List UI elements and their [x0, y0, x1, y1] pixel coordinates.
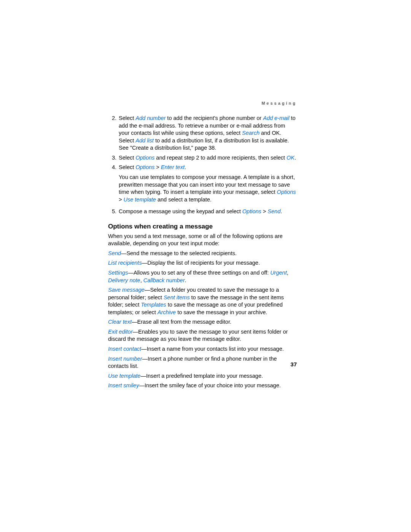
term-list-recipients: List recipients — [108, 260, 142, 266]
text: —Insert the smiley face of your choice i… — [139, 382, 280, 388]
page-number: 37 — [290, 361, 297, 367]
opt-exit-editor: Exit editor—Enables you to save the mess… — [108, 328, 297, 343]
term-callback-number: Callback number — [143, 277, 185, 283]
step-number: 5. — [108, 208, 119, 216]
text: to save the message in your archive. — [176, 309, 267, 315]
text: —Send the message to the selected recipi… — [121, 250, 237, 256]
ui-term-add-number: Add number — [135, 115, 166, 121]
step-body: Select Options and repeat step 2 to add … — [119, 154, 297, 162]
page-content: 2. Select Add number to add the recipien… — [108, 115, 297, 390]
term-insert-number: Insert number — [108, 356, 142, 362]
text: > — [119, 197, 124, 203]
term-exit-editor: Exit editor — [108, 329, 132, 335]
text: Select — [119, 155, 135, 161]
opt-send: Send—Send the message to the selected re… — [108, 250, 297, 257]
section-intro: When you send a text message, some or al… — [108, 233, 297, 248]
text: . — [185, 277, 186, 283]
term-sent-items: Sent items — [164, 294, 190, 300]
section-heading: Options when creating a message — [108, 222, 297, 231]
step-number: 4. — [108, 164, 119, 206]
text: . — [280, 208, 282, 214]
ui-term-use-template: Use template — [124, 197, 156, 203]
procedure-steps: 2. Select Add number to add the recipien… — [108, 115, 297, 216]
step-2: 2. Select Add number to add the recipien… — [108, 115, 297, 152]
ui-term-search: Search — [242, 130, 260, 136]
text: . — [295, 155, 296, 161]
term-clear-text: Clear text — [108, 319, 132, 325]
term-settings: Settings — [108, 270, 128, 276]
text: > — [261, 208, 268, 214]
text: > — [155, 164, 161, 170]
opt-save-message: Save message—Select a folder you created… — [108, 286, 297, 316]
text: , — [287, 270, 288, 276]
ui-term-ok: OK — [272, 130, 280, 136]
text: —Allows you to set any of these three se… — [128, 270, 270, 276]
term-urgent: Urgent — [270, 270, 287, 276]
step-body: Select Add number to add the recipient's… — [119, 115, 297, 152]
step-5: 5. Compose a message using the keypad an… — [108, 208, 297, 216]
ui-term-enter-text: Enter text — [161, 164, 185, 170]
term-delivery-note: Delivery note — [108, 277, 140, 283]
text: —Insert a name from your contacts list i… — [141, 346, 284, 352]
term-insert-contact: Insert contact — [108, 346, 141, 352]
ui-term-options: Options — [135, 164, 155, 170]
step-4: 4. Select Options > Enter text. You can … — [108, 164, 297, 206]
text: . — [185, 164, 186, 170]
step-number: 3. — [108, 154, 119, 162]
manual-page: Messaging 2. Select Add number to add th… — [0, 0, 411, 532]
ui-term-options: Options — [135, 155, 155, 161]
text: and — [260, 130, 272, 136]
step-number: 2. — [108, 115, 119, 152]
text: , — [140, 277, 143, 283]
ui-term-options: Options — [277, 189, 296, 195]
step-3: 3. Select Options and repeat step 2 to a… — [108, 154, 297, 162]
opt-clear-text: Clear text—Erase all text from the messa… — [108, 318, 297, 326]
ui-term-ok: OK — [287, 155, 295, 161]
opt-use-template: Use template—Insert a predefined templat… — [108, 372, 297, 380]
text: Select — [119, 115, 135, 121]
opt-insert-contact: Insert contact—Insert a name from your c… — [108, 345, 297, 353]
term-archive: Archive — [158, 309, 176, 315]
text: to add the recipient's phone number or — [166, 115, 263, 121]
opt-settings: Settings—Allows you to set any of these … — [108, 269, 297, 284]
text: and repeat step 2 to add more recipients… — [155, 155, 287, 161]
opt-insert-number: Insert number—Insert a phone number or f… — [108, 355, 297, 370]
term-use-template: Use template — [108, 373, 140, 379]
text: and select a template. — [156, 197, 212, 203]
term-insert-smiley: Insert smiley — [108, 382, 139, 388]
text: —Insert a predefined template into your … — [140, 373, 263, 379]
term-templates: Templates — [141, 302, 166, 308]
text: —Erase all text from the message editor. — [132, 319, 231, 325]
text: —Enables you to save the message to your… — [108, 329, 288, 342]
step-4-detail: You can use templates to compose your me… — [119, 174, 297, 203]
ui-term-send: Send — [268, 208, 280, 214]
step-body: Select Options > Enter text. You can use… — [119, 164, 297, 206]
step-body: Compose a message using the keypad and s… — [119, 208, 297, 216]
opt-list-recipients: List recipients—Display the list of reci… — [108, 259, 297, 267]
text: —Display the list of recipients for your… — [142, 260, 260, 266]
ui-term-add-list: Add list — [135, 137, 154, 144]
term-save-message: Save message — [108, 287, 145, 293]
running-header: Messaging — [261, 101, 297, 105]
text: Compose a message using the keypad and s… — [119, 208, 242, 214]
ui-term-add-email: Add e-mail — [263, 115, 289, 121]
text: Select — [119, 164, 135, 170]
text: You can use templates to compose your me… — [119, 174, 295, 195]
opt-insert-smiley: Insert smiley—Insert the smiley face of … — [108, 382, 297, 390]
ui-term-options: Options — [242, 208, 261, 214]
term-send: Send — [108, 250, 121, 256]
